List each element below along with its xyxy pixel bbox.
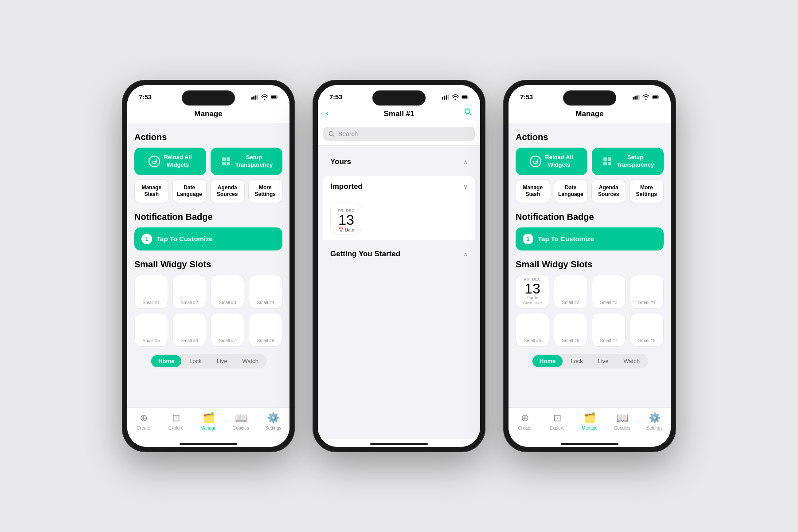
nav-settings-left[interactable]: ⚙️ Settings bbox=[257, 412, 289, 430]
widget-slot-5-right[interactable]: Small #5 bbox=[516, 313, 549, 347]
tab-switcher-inner-left: Home Lock Live Watch bbox=[150, 354, 267, 368]
notification-section-left: Notification Badge 1 Tap To Customize bbox=[134, 212, 282, 250]
yours-header[interactable]: Yours ∧ bbox=[323, 151, 475, 172]
more-settings-button-left[interactable]: More Settings bbox=[248, 180, 283, 203]
actions-heading-left: Actions bbox=[134, 132, 282, 142]
setup-transparency-button-left[interactable]: SetupTransparency bbox=[211, 148, 282, 175]
nav-manage-right[interactable]: 🗂️ Manage bbox=[573, 412, 606, 430]
home-indicator-bar-middle bbox=[370, 443, 428, 445]
nav-goodies-right[interactable]: 📖 Goodies bbox=[606, 412, 638, 430]
getting-started-header[interactable]: Getting You Started ∧ bbox=[323, 243, 475, 265]
more-settings-button-right[interactable]: MoreSettings bbox=[630, 180, 664, 203]
tap-to-customize-button-left[interactable]: 1 Tap To Customize bbox=[134, 227, 282, 250]
widget-slot-8-right[interactable]: Small #8 bbox=[630, 313, 664, 347]
widget-slot-6-right[interactable]: Small #6 bbox=[554, 313, 587, 347]
nav-create-right[interactable]: ⊕ Create bbox=[509, 412, 541, 430]
status-icons-left bbox=[251, 94, 278, 100]
widget-slot-7-left[interactable]: Small #7 bbox=[211, 313, 244, 347]
reload-all-widgets-button-left[interactable]: Reload AllWidgets bbox=[134, 148, 206, 175]
nav-manage-left[interactable]: 🗂️ Manage bbox=[192, 412, 224, 430]
widget-slot-1-left[interactable]: Small #1 bbox=[134, 275, 168, 309]
widget-slots-right: Small Widgy Slots Fri Dec 13 Tap ToCusto… bbox=[516, 259, 664, 347]
tab-live-right[interactable]: Live bbox=[591, 355, 616, 367]
bottom-nav-right: ⊕ Create ⊡ Explore 🗂️ Manage 📖 Goodies ⚙… bbox=[509, 407, 671, 439]
widget-day: 13 bbox=[338, 213, 354, 227]
widget-slot-7-right[interactable]: Small #7 bbox=[592, 313, 626, 347]
imported-widget-item: Fri Dec 13 📅 Date bbox=[323, 197, 475, 240]
svg-rect-8 bbox=[227, 157, 230, 161]
widget-slot-4-left[interactable]: Small #4 bbox=[249, 275, 282, 309]
reload-label-left: Reload AllWidgets bbox=[164, 154, 192, 169]
agenda-sources-button-left[interactable]: Agenda Sources bbox=[210, 180, 245, 203]
page-title-left: Manage bbox=[194, 110, 222, 118]
svg-rect-9 bbox=[222, 162, 226, 165]
svg-rect-17 bbox=[462, 96, 467, 98]
getting-started-section: Getting You Started ∧ bbox=[323, 243, 475, 265]
widget-slots-heading-left: Small Widgy Slots bbox=[134, 259, 282, 270]
tab-watch-right[interactable]: Watch bbox=[617, 355, 647, 367]
tap-to-customize-button-right[interactable]: 1 Tap To Customize bbox=[516, 227, 664, 250]
settings-icon-right: ⚙️ bbox=[649, 412, 661, 424]
create-icon-right: ⊕ bbox=[521, 412, 529, 424]
svg-rect-5 bbox=[277, 96, 278, 98]
tab-live-left[interactable]: Live bbox=[210, 355, 235, 367]
yours-title: Yours bbox=[330, 157, 351, 166]
tab-home-right[interactable]: Home bbox=[532, 355, 563, 367]
widget-slot-2-right[interactable]: Small #2 bbox=[554, 275, 587, 309]
search-icon-nav-middle[interactable] bbox=[464, 108, 472, 118]
explore-icon-right: ⊡ bbox=[553, 412, 561, 424]
nav-settings-right[interactable]: ⚙️ Settings bbox=[638, 412, 671, 430]
manage-stash-button-left[interactable]: Manage Stash bbox=[134, 180, 169, 203]
widget-date-display: Fri Dec 13 bbox=[332, 205, 360, 227]
notification-heading-left: Notification Badge bbox=[134, 212, 282, 222]
svg-point-18 bbox=[465, 109, 470, 114]
imported-header[interactable]: Imported ∨ bbox=[323, 176, 475, 197]
widget-slot-5-left[interactable]: Small #5 bbox=[134, 313, 168, 347]
agenda-sources-button-right[interactable]: AgendaSources bbox=[591, 180, 626, 203]
nav-explore-right[interactable]: ⊡ Explore bbox=[541, 412, 573, 430]
widget-slot-8-left[interactable]: Small #8 bbox=[249, 313, 282, 347]
date-language-button-left[interactable]: Date Language bbox=[172, 180, 207, 203]
badge-number-left: 1 bbox=[141, 234, 152, 244]
dynamic-island-right bbox=[563, 90, 616, 106]
badge-number-right: 1 bbox=[523, 234, 533, 244]
svg-rect-3 bbox=[257, 94, 258, 99]
tab-lock-left[interactable]: Lock bbox=[182, 355, 208, 367]
widget-slot-3-right[interactable]: Small #3 bbox=[592, 275, 626, 309]
tab-watch-left[interactable]: Watch bbox=[235, 355, 266, 367]
wifi-icon bbox=[261, 94, 268, 100]
nav-goodies-left[interactable]: 📖 Goodies bbox=[225, 412, 257, 430]
customize-label-left: Tap To Customize bbox=[156, 235, 213, 243]
imported-widget-preview[interactable]: Fri Dec 13 📅 Date bbox=[330, 203, 362, 235]
setup-label-left: SetupTransparency bbox=[235, 154, 273, 169]
svg-rect-12 bbox=[444, 96, 445, 100]
widget-grid-row2-left: Small #5 Small #6 Small #7 Small #8 bbox=[134, 313, 282, 347]
search-bar[interactable]: Search bbox=[323, 127, 475, 141]
status-icons-right bbox=[633, 94, 659, 100]
widget-slot-2-left[interactable]: Small #2 bbox=[172, 275, 206, 309]
tab-home-left[interactable]: Home bbox=[151, 355, 181, 367]
widget-slots-heading-right: Small Widgy Slots bbox=[516, 259, 664, 270]
status-icons-middle bbox=[442, 94, 469, 100]
nav-explore-left[interactable]: ⊡ Explore bbox=[160, 412, 192, 430]
tab-lock-right[interactable]: Lock bbox=[563, 355, 590, 367]
widget-slot-6-left[interactable]: Small #6 bbox=[172, 313, 206, 347]
widget-slot-3-left[interactable]: Small #3 bbox=[211, 275, 244, 309]
svg-rect-28 bbox=[608, 157, 611, 161]
back-button-middle[interactable]: ‹ bbox=[326, 109, 329, 117]
reload-icon-left bbox=[149, 156, 160, 167]
nav-create-left[interactable]: ⊕ Create bbox=[127, 412, 160, 430]
widget-slot-4-right[interactable]: Small #4 bbox=[630, 275, 664, 309]
getting-started-title: Getting You Started bbox=[330, 250, 400, 258]
grid-icon-right bbox=[602, 156, 613, 167]
battery-icon-middle bbox=[462, 94, 469, 100]
svg-rect-22 bbox=[636, 95, 638, 99]
widget-slot-1-right[interactable]: Fri Dec 13 Tap ToCustomize bbox=[516, 275, 549, 309]
explore-label-left: Explore bbox=[168, 426, 184, 430]
date-language-button-right[interactable]: DateLanguage bbox=[554, 180, 588, 203]
reload-all-widgets-button-right[interactable]: Reload AllWidgets bbox=[516, 148, 587, 175]
widget-grid-row1-right: Fri Dec 13 Tap ToCustomize Small #2 Smal… bbox=[516, 275, 664, 309]
manage-stash-button-right[interactable]: ManageStash bbox=[516, 180, 550, 203]
create-icon-left: ⊕ bbox=[140, 412, 148, 424]
setup-transparency-button-right[interactable]: SetupTransparency bbox=[592, 148, 664, 175]
